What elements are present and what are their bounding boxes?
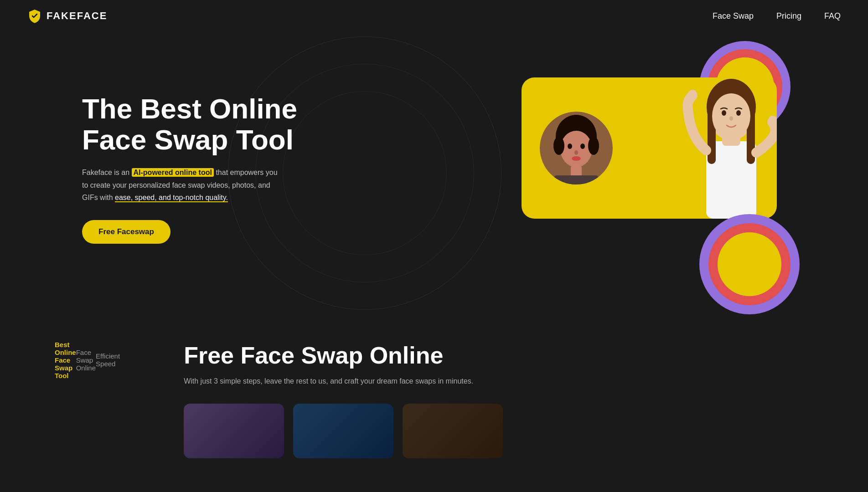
- svg-point-5: [574, 150, 578, 155]
- nav-link-faq[interactable]: FAQ: [824, 11, 841, 21]
- woman-pointing-svg: [681, 77, 777, 219]
- sidebar-item-best-tool[interactable]: Best Online Face Swap Tool: [55, 335, 76, 385]
- thumbnails-row: [184, 404, 841, 458]
- thumbnail-3[interactable]: [403, 404, 503, 458]
- hero-card-right-person: [681, 77, 777, 219]
- thumbnail-1[interactable]: [184, 404, 284, 458]
- svg-point-23: [688, 90, 697, 99]
- bottom-section: Best Online Face Swap Tool Face Swap Onl…: [0, 314, 868, 458]
- hero-card: [522, 77, 777, 219]
- svg-point-3: [568, 144, 572, 149]
- free-section-content: Free Face Swap Online With just 3 simple…: [184, 342, 841, 458]
- desc-highlight: AI-powered online tool: [132, 168, 214, 177]
- navbar: FAKEFACE Face Swap Pricing FAQ: [0, 0, 868, 32]
- svg-point-6: [572, 156, 581, 161]
- svg-rect-8: [553, 175, 599, 184]
- hero-description: Fakeface is an AI-powered online tool th…: [82, 166, 283, 204]
- ring-b-inner-yellow: [718, 232, 781, 296]
- hero-text-area: The Best Online Face Swap Tool Fakeface …: [82, 93, 310, 244]
- nav-link-face-swap[interactable]: Face Swap: [713, 11, 754, 21]
- logo[interactable]: FAKEFACE: [27, 9, 107, 23]
- nav-links: Face Swap Pricing FAQ: [713, 11, 841, 21]
- svg-point-2: [560, 131, 592, 167]
- hero-illustration: [522, 50, 804, 287]
- svg-point-22: [729, 116, 733, 121]
- ring-deco-bottom: [699, 214, 800, 314]
- thumbnail-2[interactable]: [293, 404, 393, 458]
- nav-link-pricing[interactable]: Pricing: [776, 11, 801, 21]
- free-section-title: Free Face Swap Online: [184, 342, 841, 369]
- svg-point-21: [736, 110, 741, 116]
- svg-point-12: [588, 137, 599, 155]
- hero-title: The Best Online Face Swap Tool: [82, 93, 310, 155]
- svg-point-11: [553, 137, 564, 155]
- svg-point-20: [722, 110, 726, 116]
- desc-underline: ease, speed, and top-notch quality.: [115, 194, 228, 202]
- sidebar-item-efficient-speed[interactable]: Efficient Speed: [96, 347, 120, 373]
- desc-prefix: Fakeface is an: [82, 169, 132, 176]
- face-circle-left: [540, 112, 613, 184]
- brand-name: FAKEFACE: [46, 10, 107, 22]
- sidebar-navigation: Best Online Face Swap Tool Face Swap Onl…: [27, 342, 147, 374]
- svg-point-4: [580, 144, 585, 149]
- face-woman-left-svg: [540, 112, 613, 184]
- free-section-description: With just 3 simple steps, leave the rest…: [184, 377, 841, 385]
- sidebar-item-face-swap-online[interactable]: Face Swap Online: [76, 343, 96, 377]
- logo-shield-icon: [27, 9, 42, 23]
- hero-section: The Best Online Face Swap Tool Fakeface …: [0, 32, 868, 314]
- cta-faceswap-button[interactable]: Free Faceswap: [82, 220, 170, 244]
